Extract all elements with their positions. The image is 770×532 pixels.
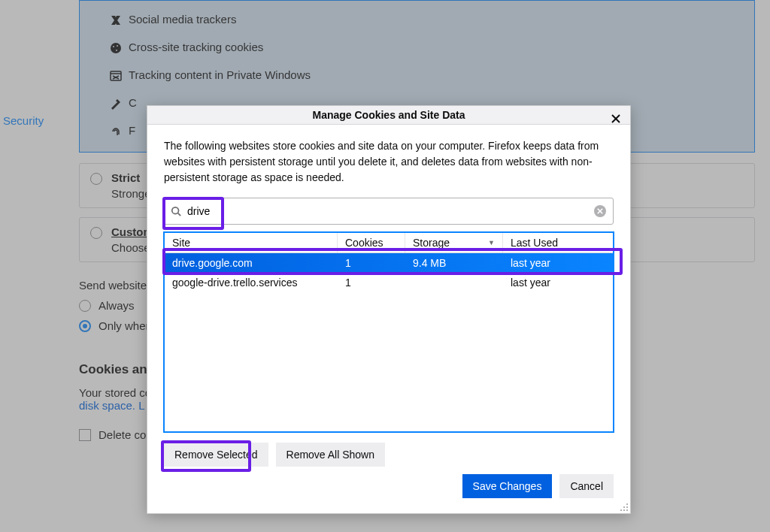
dialog-body: The following websites store cookies and… [147,125,630,474]
manage-cookies-dialog: Manage Cookies and Site Data The followi… [147,105,631,514]
column-header-label: Storage [413,237,450,249]
dialog-intro-text: The following websites store cookies and… [164,138,614,186]
svg-point-14 [626,509,628,511]
column-header-storage[interactable]: Storage ▼ [405,233,503,252]
cell-storage: 9.4 MB [405,253,503,273]
remove-selected-button[interactable]: Remove Selected [164,443,268,467]
svg-point-10 [172,207,179,214]
dialog-footer: Save Changes Cancel [147,474,630,513]
cell-site: google-drive.trello.services [165,273,338,292]
cell-site: drive.google.com [165,253,338,273]
sites-table: Site Cookies Storage ▼ Last Used drive.g… [164,232,614,432]
search-icon [171,206,181,216]
resize-grip-icon[interactable] [620,503,629,512]
dialog-header: Manage Cookies and Site Data [147,106,630,125]
table-row[interactable]: drive.google.com 1 9.4 MB last year [165,253,613,273]
svg-point-19 [626,503,628,505]
save-changes-button[interactable]: Save Changes [462,474,553,498]
column-header-cookies[interactable]: Cookies [338,233,405,252]
cell-cookies: 1 [338,253,405,273]
dialog-title: Manage Cookies and Site Data [312,109,465,121]
search-websites-input[interactable] [164,198,614,225]
sort-descending-icon: ▼ [488,239,495,246]
svg-line-11 [178,213,181,216]
column-header-last-used[interactable]: Last Used [503,233,613,252]
cell-storage [405,273,503,292]
close-icon [611,114,620,123]
remove-all-shown-button[interactable]: Remove All Shown [276,443,386,467]
cell-last-used: last year [503,273,613,292]
cell-cookies: 1 [338,273,405,292]
cancel-button[interactable]: Cancel [559,474,614,498]
remove-buttons-row: Remove Selected Remove All Shown [164,443,614,467]
table-row[interactable]: google-drive.trello.services 1 last year [165,273,613,292]
column-header-site[interactable]: Site [165,233,338,252]
table-header: Site Cookies Storage ▼ Last Used [165,233,613,253]
cell-last-used: last year [503,253,613,273]
search-field-wrap [164,198,614,225]
svg-point-18 [623,506,625,508]
svg-point-15 [623,509,625,511]
clear-search-button[interactable] [594,205,606,217]
close-icon [597,208,603,214]
close-button[interactable] [609,112,623,125]
svg-point-17 [620,509,622,511]
svg-point-16 [626,506,628,508]
